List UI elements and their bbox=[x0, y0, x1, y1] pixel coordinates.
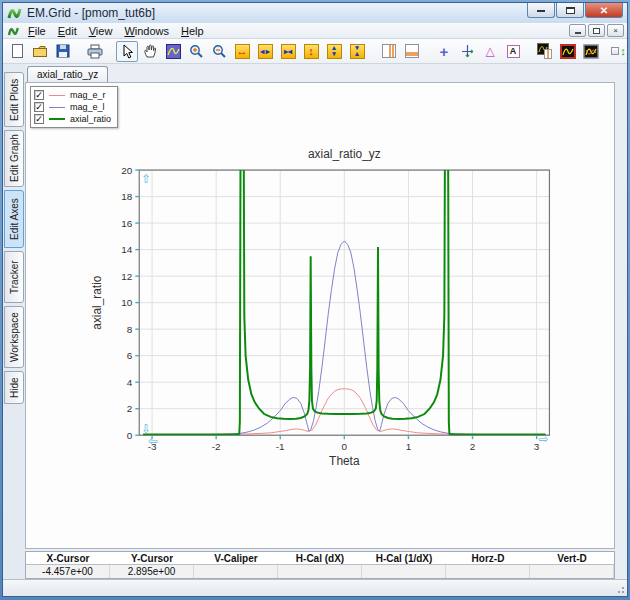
save-icon bbox=[56, 44, 70, 58]
crosshair-icon: + bbox=[440, 44, 449, 59]
zoom-in-button[interactable] bbox=[185, 41, 207, 62]
compress-y-icon: ▾▴ bbox=[350, 44, 365, 59]
menu-file[interactable]: File bbox=[22, 24, 52, 38]
overlay-plot-button[interactable] bbox=[534, 41, 556, 62]
resize-grip[interactable] bbox=[615, 584, 625, 594]
separate-y-icon: ▴▾ bbox=[327, 44, 342, 59]
svg-text:12: 12 bbox=[121, 271, 133, 282]
tracker-value bbox=[194, 565, 278, 578]
mdi-restore-button[interactable] bbox=[588, 24, 605, 37]
plot-style-red-button[interactable] bbox=[557, 41, 579, 62]
toolbar: ↔◂ ▸▸◂↕▴▾▾▴+△A↕↔Layout bbox=[3, 39, 627, 64]
expand-y-icon: ↕ bbox=[304, 44, 319, 59]
plot-style-dark-button[interactable] bbox=[580, 41, 602, 62]
title-bar: EM.Grid - [pmom_tut6b] ✕ bbox=[3, 3, 627, 23]
menu-help[interactable]: Help bbox=[175, 24, 210, 38]
marker-triangle-icon: △ bbox=[485, 45, 494, 57]
tracker-value bbox=[362, 565, 446, 578]
tracker-value: 2.895e+00 bbox=[110, 565, 194, 578]
tracker-col-header: Vert-D bbox=[530, 552, 614, 565]
axes-icon bbox=[460, 44, 475, 59]
svg-text:16: 16 bbox=[121, 218, 133, 229]
panel-horizontal-button[interactable] bbox=[401, 41, 423, 62]
select-arrow-button[interactable] bbox=[116, 41, 138, 62]
sidebar-tab-hide[interactable]: Hide bbox=[4, 371, 24, 404]
sidebar-tab-workspace[interactable]: Workspace bbox=[4, 306, 24, 368]
content-column: axial_ratio_yz -3-2-10123024681012141618… bbox=[25, 64, 615, 579]
new-document-icon bbox=[12, 44, 23, 58]
save-button[interactable] bbox=[52, 41, 74, 62]
plot-style-red-icon bbox=[560, 44, 576, 59]
maximize-button[interactable] bbox=[556, 3, 584, 18]
chart[interactable]: -3-2-1012302468101214161820axial_ratio_y… bbox=[26, 83, 614, 548]
legend-item-axial_ratio: ✓axial_ratio bbox=[34, 113, 111, 125]
svg-text:1: 1 bbox=[406, 441, 412, 452]
compress-x-button[interactable]: ▸◂ bbox=[277, 41, 299, 62]
separate-x-icon: ◂ ▸ bbox=[258, 44, 273, 59]
new-document-button[interactable] bbox=[6, 41, 28, 62]
sidebar-tab-edit-axes[interactable]: Edit Axes bbox=[4, 190, 24, 248]
svg-text:0: 0 bbox=[127, 430, 133, 441]
window-title: EM.Grid - [pmom_tut6b] bbox=[27, 6, 155, 20]
expand-x-button[interactable]: ↔ bbox=[231, 41, 253, 62]
axes-button[interactable] bbox=[456, 41, 478, 62]
print-icon bbox=[87, 44, 103, 59]
sidebar-tab-edit-graph[interactable]: Edit Graph bbox=[4, 130, 24, 187]
text-annotation-button[interactable]: A bbox=[502, 41, 524, 62]
legend-checkbox-axial_ratio[interactable]: ✓ bbox=[34, 114, 44, 124]
main-area: Edit PlotsEdit GraphEdit AxesTrackerWork… bbox=[3, 64, 627, 579]
mdi-minimize-icon bbox=[575, 32, 581, 34]
compress-y-button[interactable]: ▾▴ bbox=[346, 41, 368, 62]
tracker-value-row: -4.457e+002.895e+00 bbox=[26, 565, 614, 578]
sidebar-tab-tracker[interactable]: Tracker bbox=[4, 251, 24, 303]
mdi-restore-icon bbox=[593, 28, 600, 34]
legend-checkbox-mag_e_l[interactable]: ✓ bbox=[34, 102, 44, 112]
open-file-button[interactable] bbox=[29, 41, 51, 62]
svg-text:2: 2 bbox=[470, 441, 476, 452]
crosshair-button[interactable]: + bbox=[433, 41, 455, 62]
minimize-button[interactable] bbox=[527, 3, 555, 18]
print-button[interactable] bbox=[84, 41, 106, 62]
overlay-plot-icon bbox=[537, 43, 554, 60]
legend-label: mag_e_r bbox=[70, 90, 106, 100]
menu-edit[interactable]: Edit bbox=[52, 24, 83, 38]
tracker-value bbox=[278, 565, 362, 578]
separate-y-button[interactable]: ▴▾ bbox=[323, 41, 345, 62]
separate-x-button[interactable]: ◂ ▸ bbox=[254, 41, 276, 62]
svg-text:8: 8 bbox=[127, 324, 133, 335]
legend-line-sample bbox=[49, 118, 65, 120]
tab-bar: axial_ratio_yz bbox=[25, 64, 615, 82]
menu-windows[interactable]: Windows bbox=[118, 24, 175, 38]
select-arrow-icon bbox=[120, 44, 134, 59]
panel-vertical-button[interactable] bbox=[378, 41, 400, 62]
marker-triangle-button[interactable]: △ bbox=[479, 41, 501, 62]
zoom-out-button[interactable] bbox=[208, 41, 230, 62]
legend-line-sample bbox=[49, 107, 65, 108]
tracker-col-header: Y-Cursor bbox=[110, 552, 194, 565]
close-icon: ✕ bbox=[600, 5, 608, 16]
minimize-icon bbox=[537, 9, 545, 12]
mdi-minimize-button[interactable] bbox=[569, 24, 586, 37]
text-annotation-icon: A bbox=[507, 45, 520, 58]
tracker-col-header: Horz-D bbox=[446, 552, 530, 565]
tracker-value bbox=[530, 565, 614, 578]
pan-hand-button[interactable] bbox=[139, 41, 161, 62]
tracker-col-header: V-Caliper bbox=[194, 552, 278, 565]
svg-text:-1: -1 bbox=[276, 441, 285, 452]
menu-view[interactable]: View bbox=[83, 24, 119, 38]
legend-checkbox-mag_e_r[interactable]: ✓ bbox=[34, 90, 44, 100]
link-vertical-button[interactable]: ↕ bbox=[612, 41, 627, 62]
zoom-region-button[interactable] bbox=[162, 41, 184, 62]
app-logo-icon bbox=[7, 6, 22, 20]
mdi-close-icon: × bbox=[613, 26, 618, 35]
tab-axial-ratio-yz[interactable]: axial_ratio_yz bbox=[27, 66, 108, 82]
x-axis-label: Theta bbox=[329, 454, 360, 468]
expand-y-button[interactable]: ↕ bbox=[300, 41, 322, 62]
sidebar-tabs: Edit PlotsEdit GraphEdit AxesTrackerWork… bbox=[3, 64, 25, 579]
compress-x-icon: ▸◂ bbox=[281, 44, 296, 59]
svg-text:6: 6 bbox=[127, 350, 133, 361]
app-window: EM.Grid - [pmom_tut6b] ✕ FileEditViewWin… bbox=[0, 0, 630, 600]
mdi-close-button[interactable]: × bbox=[607, 24, 624, 37]
sidebar-tab-edit-plots[interactable]: Edit Plots bbox=[4, 72, 24, 127]
close-button[interactable]: ✕ bbox=[585, 3, 623, 18]
